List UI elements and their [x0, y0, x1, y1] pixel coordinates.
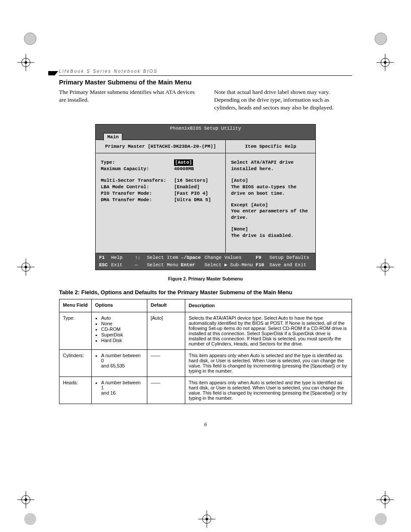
- field-value[interactable]: [16 Sectors]: [174, 177, 208, 184]
- table-header-row: Menu Field Options Default Description: [59, 299, 352, 312]
- option-item: SuperDisk: [101, 332, 143, 337]
- bios-left-header: Primary Master [HITACHI-DK23DA-20-(PM)]: [96, 140, 225, 154]
- bios-tabbar: Main: [95, 133, 316, 140]
- key-action: Change Values: [205, 255, 255, 261]
- key-action: Setup Defaults: [269, 255, 312, 261]
- bios-help-text: Select ATA/ATAPI drive installed here. […: [226, 153, 315, 252]
- crop-mark-icon: [372, 30, 389, 47]
- running-head: LifeBook S Series Notebook BIOS: [59, 69, 352, 76]
- key-action: Select Item: [147, 255, 181, 261]
- svg-point-15: [25, 266, 27, 268]
- table-title: Table 2: Fields, Options and Defaults fo…: [59, 289, 352, 296]
- option-item: None: [101, 321, 143, 326]
- option-item: Hard Disk: [101, 338, 143, 343]
- field-label: Maximum Capacity:: [101, 166, 174, 172]
- figure-caption: Figure 2. Primary Master Submenu: [59, 276, 352, 281]
- cell-menu-field: Type:: [59, 312, 92, 350]
- option-item: Auto: [101, 315, 143, 320]
- bios-field-multisector[interactable]: Multi-Sector Transfers: [16 Sectors]: [101, 177, 220, 184]
- help-line: [None]The drive is disabled.: [231, 226, 310, 239]
- svg-point-11: [384, 61, 386, 64]
- option-item: A number between0and 65,535: [101, 353, 143, 368]
- bios-field-max-capacity: Maximum Capacity: 40008MB: [101, 166, 220, 172]
- field-value[interactable]: [Ultra DMA 5]: [174, 197, 211, 203]
- key-minus-space: -/Space: [181, 255, 205, 261]
- cell-default: ——: [147, 350, 185, 377]
- cell-options: A number between1and 16: [91, 377, 147, 404]
- key-f1: F1: [99, 255, 111, 261]
- col-options: Options: [91, 299, 147, 312]
- intro-paragraph-right: Note that actual hard drive label shown …: [214, 88, 352, 112]
- table-row: Cylinders:A number between0and 65,535——T…: [59, 350, 352, 377]
- option-item: CD-ROM: [101, 327, 143, 332]
- bios-field-lba[interactable]: LBA Mode Control: [Enabled]: [101, 184, 220, 190]
- field-value-selected[interactable]: [Auto]: [174, 159, 193, 166]
- bios-field-type[interactable]: Type: [Auto]: [101, 159, 220, 166]
- options-table: Menu Field Options Default Description T…: [59, 299, 352, 404]
- cell-default: ——: [147, 377, 185, 404]
- svg-point-3: [375, 33, 387, 45]
- col-default: Default: [147, 299, 185, 312]
- cell-description: Selects the ATA/ATAPI device type. Selec…: [185, 312, 352, 350]
- intro-paragraph-left: The Primary Master submenu identifies wh…: [59, 88, 197, 112]
- help-line: Select ATA/ATAPI drive installed here.: [231, 159, 310, 172]
- key-enter: Enter: [181, 262, 205, 268]
- svg-point-1: [24, 33, 36, 45]
- svg-point-7: [25, 61, 27, 64]
- register-mark-icon: [17, 258, 34, 276]
- bios-field-dma[interactable]: DMA Transfer Mode: [Ultra DMA 5]: [101, 197, 220, 203]
- key-action: Exit: [111, 262, 135, 268]
- field-label: PIO Transfer Mode:: [101, 190, 174, 197]
- register-mark-icon: [377, 54, 394, 71]
- cell-description: This item appears only when Auto is sele…: [185, 377, 352, 404]
- cell-menu-field: Heads:: [59, 377, 92, 404]
- bios-screenshot: PhoenixBIOS Setup Utility Main Primary M…: [95, 124, 316, 271]
- field-label: Multi-Sector Transfers:: [101, 177, 174, 184]
- field-label: LBA Mode Control:: [101, 184, 174, 190]
- bios-footer: F1 Help ↑↓ Select Item -/Space Change Va…: [95, 253, 316, 271]
- col-description: Description: [185, 299, 352, 312]
- register-mark-icon: [17, 54, 34, 71]
- help-line: [Auto]The BIOS auto-types the drive on b…: [231, 177, 310, 197]
- key-f10: F10: [255, 262, 269, 268]
- bios-title: PhoenixBIOS Setup Utility: [95, 124, 316, 133]
- table-row: Heads:A number between1and 16——This item…: [59, 377, 352, 404]
- help-line: Except [Auto]You enter parameters of the…: [231, 202, 310, 221]
- cell-options: A number between0and 65,535: [91, 350, 147, 377]
- svg-point-19: [384, 266, 386, 268]
- cell-default: [Auto]: [147, 312, 185, 350]
- page-number: 6: [59, 421, 352, 428]
- col-menu-field: Menu Field: [59, 299, 92, 312]
- key-esc: ESC: [99, 262, 111, 268]
- crop-mark-icon: [22, 30, 39, 47]
- field-value: 40008MB: [174, 166, 194, 172]
- field-label: Type:: [101, 159, 174, 166]
- cell-options: AutoNoneCD-ROMSuperDiskHard Disk: [91, 312, 147, 350]
- section-title: Primary Master Submenu of the Main Menu: [59, 78, 352, 86]
- bios-field-pio[interactable]: PIO Transfer Mode: [Fast PIO 4]: [101, 190, 220, 197]
- field-label: DMA Transfer Mode:: [101, 197, 174, 203]
- cell-description: This item appears only when Auto is sele…: [185, 350, 352, 377]
- table-row: Type:AutoNoneCD-ROMSuperDiskHard Disk[Au…: [59, 312, 352, 350]
- cell-menu-field: Cylinders:: [59, 350, 92, 377]
- key-action: Save and Exit: [269, 262, 312, 268]
- register-mark-icon: [377, 258, 394, 276]
- key-arrows-lr-icon: ↔: [135, 262, 147, 268]
- key-arrows-ud-icon: ↑↓: [135, 255, 147, 261]
- field-value[interactable]: [Enabled]: [174, 184, 199, 190]
- bios-tab-main[interactable]: Main: [103, 133, 122, 141]
- bios-help-header: Item Specific Help: [226, 140, 315, 154]
- option-item: A number between1and 16: [101, 380, 143, 395]
- key-action: Help: [111, 255, 135, 261]
- key-action: Select ▶ Sub-Menu: [205, 262, 255, 268]
- key-action: Select Menu: [147, 262, 181, 268]
- field-value[interactable]: [Fast PIO 4]: [174, 190, 208, 197]
- key-f9: F9: [255, 255, 269, 261]
